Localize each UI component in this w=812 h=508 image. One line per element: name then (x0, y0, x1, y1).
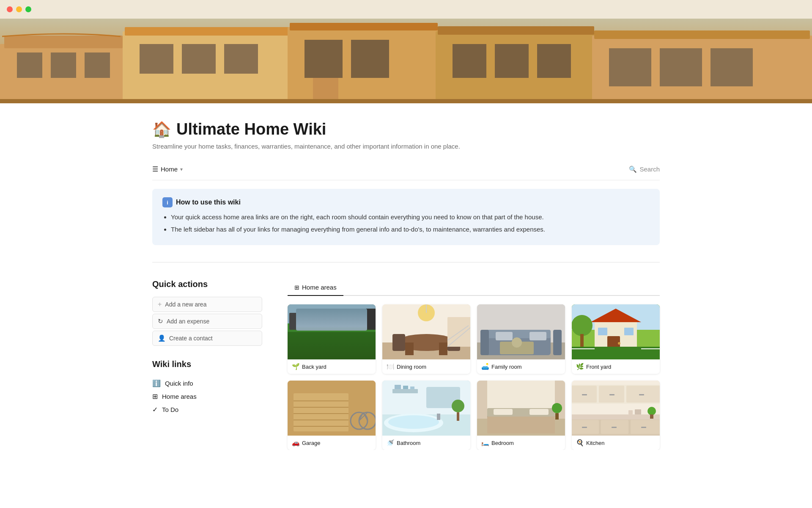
wiki-links-section: Wiki links ℹ️ Quick info ⊞ Home areas ✓ … (152, 359, 262, 416)
search-button[interactable]: 🔍 Search (629, 166, 660, 173)
wiki-link-quick-info[interactable]: ℹ️ Quick info (152, 377, 262, 390)
maximize-button[interactable] (25, 6, 31, 12)
svg-rect-119 (612, 427, 617, 428)
info-bullet-2: The left sidebar has all of your links f… (171, 225, 650, 235)
svg-rect-29 (288, 323, 376, 332)
svg-rect-120 (641, 427, 646, 428)
svg-point-103 (552, 403, 562, 413)
svg-rect-52 (496, 332, 513, 340)
bedroom-emoji: 🛏️ (481, 439, 489, 447)
tabs-row: ⊞ Home areas (288, 279, 660, 296)
garage-photo (288, 381, 376, 436)
svg-rect-31 (310, 311, 332, 330)
svg-rect-37 (405, 342, 414, 355)
backyard-label: Back yard (302, 364, 326, 370)
gallery-card-backyard[interactable]: 🌱 Back yard (288, 304, 376, 374)
two-col-layout: Quick actions + Add a new area ↻ Add an … (152, 279, 660, 450)
tab-home-areas-label: Home areas (302, 284, 337, 291)
svg-rect-2 (4, 36, 123, 48)
page-header: 🏠 Ultimate Home Wiki Streamline your hom… (152, 103, 660, 158)
wiki-link-todo[interactable]: ✓ To Do (152, 403, 262, 416)
svg-rect-28 (288, 326, 376, 359)
bedroom-label: Bedroom (491, 440, 514, 446)
titlebar (0, 0, 812, 19)
info-box-title-text: How to use this wiki (176, 199, 241, 206)
svg-rect-12 (290, 23, 438, 30)
svg-point-61 (618, 342, 620, 345)
svg-rect-63 (624, 328, 634, 335)
gallery-card-kitchen[interactable]: 🍳 Kitchen (572, 381, 660, 450)
frontyard-emoji: 🌿 (576, 363, 584, 370)
svg-point-91 (452, 400, 464, 412)
tab-home-areas[interactable]: ⊞ Home areas (288, 279, 343, 296)
garage-emoji: 🚗 (292, 439, 300, 447)
page-subtitle: Streamline your home tasks, finances, wa… (152, 143, 660, 150)
minimize-button[interactable] (16, 6, 22, 12)
garage-label: Garage (302, 440, 320, 446)
gallery-card-dining[interactable]: 🍽️ Dining room (382, 304, 470, 374)
svg-rect-85 (403, 386, 408, 389)
quick-info-label: Quick info (165, 380, 193, 387)
svg-rect-124 (628, 410, 633, 414)
family-emoji: 🛋️ (481, 363, 489, 370)
create-contact-button[interactable]: 👤 Create a contact (152, 331, 262, 346)
svg-rect-10 (224, 44, 258, 74)
add-area-button[interactable]: + Add a new area (152, 297, 262, 312)
home-areas-icon: ⊞ (152, 392, 158, 400)
svg-rect-111 (609, 394, 614, 395)
svg-rect-18 (453, 44, 486, 78)
left-sidebar: Quick actions + Add a new area ↻ Add an … (152, 279, 262, 416)
svg-rect-100 (494, 409, 513, 415)
svg-rect-92 (457, 412, 459, 421)
gallery-card-bathroom[interactable]: 🚿 Bathroom (382, 381, 470, 450)
svg-rect-4 (51, 52, 76, 78)
family-label: Family room (491, 364, 522, 370)
svg-rect-32 (336, 315, 351, 330)
svg-rect-83 (392, 389, 418, 393)
contact-icon: 👤 (158, 334, 166, 342)
backyard-photo (288, 304, 376, 359)
bathroom-emoji: 🚿 (387, 439, 395, 447)
svg-rect-8 (140, 44, 173, 74)
svg-rect-70 (294, 393, 348, 431)
svg-rect-17 (438, 26, 594, 35)
quick-actions-title: Quick actions (152, 279, 262, 289)
svg-rect-53 (529, 332, 546, 340)
todo-icon: ✓ (152, 406, 158, 414)
page-title: Ultimate Home Wiki (176, 120, 326, 138)
dining-photo (382, 304, 470, 359)
home-areas-label: Home areas (162, 393, 197, 400)
close-button[interactable] (7, 6, 13, 12)
gallery-grid: 🌱 Back yard (288, 304, 660, 450)
svg-rect-102 (487, 417, 555, 433)
add-expense-button[interactable]: ↻ Add an expense (152, 314, 262, 329)
add-area-label: Add a new area (165, 301, 206, 308)
gallery-card-garage[interactable]: 🚗 Garage (288, 381, 376, 450)
info-icon: i (162, 197, 173, 207)
breadcrumb-label: Home (161, 166, 178, 173)
svg-point-89 (388, 415, 439, 429)
svg-rect-112 (639, 394, 644, 395)
gallery-card-frontyard[interactable]: 🌿 Front yard (572, 304, 660, 374)
backyard-emoji: 🌱 (292, 363, 300, 370)
quick-info-icon: ℹ️ (152, 379, 161, 387)
search-icon: 🔍 (629, 166, 637, 173)
svg-rect-39 (392, 334, 405, 351)
info-bullet-1: Your quick access home area links are on… (171, 213, 650, 222)
breadcrumb-nav[interactable]: ☰ Home ▾ (152, 165, 183, 173)
gallery-card-family[interactable]: 🛋️ Family room (477, 304, 565, 374)
gallery-card-bedroom[interactable]: 🛏️ Bedroom (477, 381, 565, 450)
svg-rect-23 (609, 48, 651, 86)
svg-rect-3 (17, 52, 42, 78)
svg-point-64 (572, 315, 593, 336)
search-label: Search (639, 166, 660, 173)
add-icon: + (158, 301, 162, 308)
kitchen-photo (572, 381, 660, 436)
svg-rect-113 (572, 414, 660, 420)
svg-rect-33 (355, 309, 376, 330)
dining-emoji: 🍽️ (387, 363, 395, 370)
svg-rect-84 (395, 385, 401, 389)
expense-icon: ↻ (158, 318, 163, 325)
page-icon: 🏠 (152, 121, 171, 138)
wiki-link-home-areas[interactable]: ⊞ Home areas (152, 390, 262, 403)
